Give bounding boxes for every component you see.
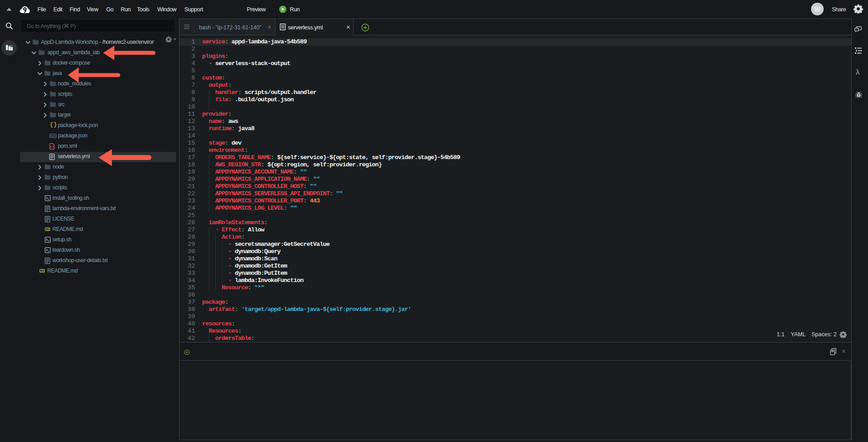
svg-text:npm: npm	[50, 134, 56, 138]
